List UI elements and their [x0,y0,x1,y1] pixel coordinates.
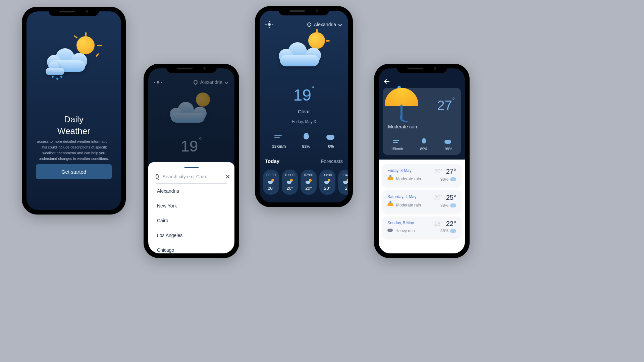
mini-weather-icon [306,179,312,184]
hour-card[interactable]: 02:0020° [301,170,317,195]
get-started-button[interactable]: Get started [36,164,112,179]
summary-temperature: 27° [437,97,455,113]
day-forecast-card[interactable]: Friday, 3 May 20°27° Moderate rain 98% [383,164,461,186]
wind-stat: 13km/h [272,133,286,149]
divider [267,129,341,129]
cloud-icon [450,203,456,207]
condition-label: Clear [260,109,348,114]
chevron-down-icon [338,22,342,26]
temperature-readout: 19° [260,84,348,104]
humidity-stat: 83% [302,133,311,149]
cloud-stat: 98% [444,138,452,151]
storm-icon [387,229,393,233]
date-label: Friday, May 3 [260,119,348,124]
hour-card[interactable]: 04:2 [338,170,348,195]
onboarding-title: DailyWeather [26,114,121,137]
humidity-icon [302,133,311,141]
mini-weather-icon [324,179,330,184]
humidity-stat: 89% [420,138,428,151]
city-option[interactable]: Alexandria [156,184,227,198]
wind-stat: 15km/h [391,138,403,151]
onboarding-description: access to more detailed weather informat… [26,139,121,162]
city-option[interactable]: Chicago [156,243,227,253]
daylight-toggle-icon[interactable] [266,21,272,27]
forecasts-tab[interactable]: Forecasts [321,158,343,164]
cloud-stat: 0% [326,133,336,149]
clear-search-icon[interactable] [225,174,227,179]
location-label: Alexandria [314,22,336,27]
humidity-icon [420,138,428,145]
summary-condition: Moderate rain [388,124,417,129]
location-selector[interactable]: Alexandria [307,22,341,27]
wind-icon [274,133,284,141]
pin-icon [306,22,312,27]
umbrella-icon [387,202,393,208]
day-forecast-card[interactable]: Saturday, 4 May 20°25° Moderate rain 88% [383,190,461,212]
back-button[interactable] [385,79,391,84]
umbrella-icon [387,176,393,182]
search-icon [156,174,159,179]
mini-weather-icon [343,179,348,184]
mini-weather-icon [287,179,293,184]
hour-card[interactable]: 01:0020° [282,170,298,195]
sun-cloud-rain-icon [47,35,101,82]
day-forecast-card[interactable]: Sunday, 5 May 18°22° Heavy rain 88% [383,217,461,237]
today-tab[interactable]: Today [265,158,279,164]
hourly-scroll[interactable]: 00:0020° 01:0020° 02:0020° 03:0020° 04:2 [263,170,348,195]
cloud-icon [450,229,456,233]
sun-cloud-icon [279,30,329,74]
cloud-icon [326,133,336,141]
wind-icon [393,138,401,145]
umbrella-rain-icon [385,88,418,121]
hour-card[interactable]: 00:0020° [263,170,279,195]
mini-weather-icon [268,179,274,184]
city-option[interactable]: New York [156,198,227,213]
sheet-handle[interactable] [184,167,199,168]
cloud-icon [450,177,456,181]
hour-card[interactable]: 03:0020° [319,170,335,195]
cloud-icon [444,138,452,145]
city-option[interactable]: Los Angeles [156,228,227,243]
daily-forecast-list: Friday, 3 May 20°27° Moderate rain 98% S… [379,160,465,253]
city-search-input[interactable] [163,174,221,179]
forecast-summary-card: 27° Moderate rain 15km/h 89% 98% [383,88,461,155]
city-search-sheet: Alexandria New York Cairo Los Angeles Ch… [148,162,234,253]
city-option[interactable]: Cairo [156,213,227,228]
